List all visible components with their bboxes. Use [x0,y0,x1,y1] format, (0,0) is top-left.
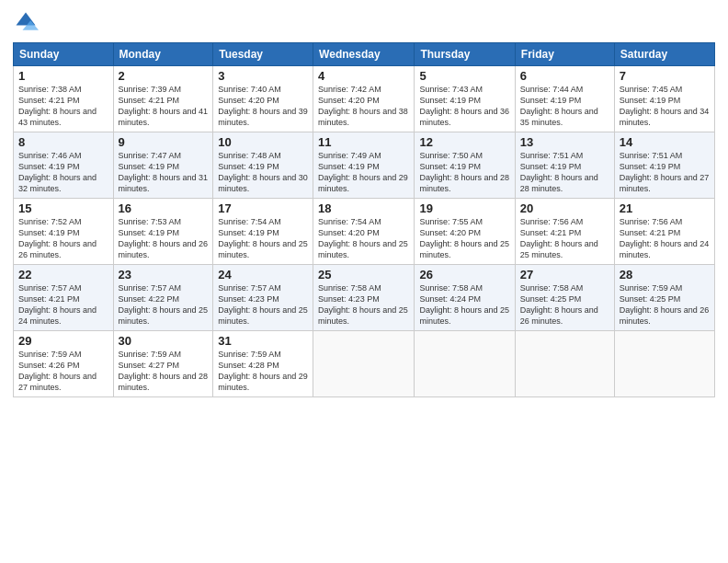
header-day-tuesday: Tuesday [213,43,313,66]
day-info: Sunrise: 7:59 AMSunset: 4:28 PMDaylight:… [218,349,308,394]
week-row-2: 8Sunrise: 7:46 AMSunset: 4:19 PMDaylight… [14,132,715,199]
calendar-cell: 15Sunrise: 7:52 AMSunset: 4:19 PMDayligh… [14,199,114,265]
day-info: Sunrise: 7:52 AMSunset: 4:19 PMDaylight:… [18,216,108,261]
header-row [13,9,715,35]
day-info: Sunrise: 7:42 AMSunset: 4:20 PMDaylight:… [318,84,409,129]
day-number: 26 [419,268,509,282]
calendar-cell: 25Sunrise: 7:58 AMSunset: 4:23 PMDayligh… [313,265,415,331]
day-number: 21 [620,201,710,215]
calendar-cell: 10Sunrise: 7:48 AMSunset: 4:19 PMDayligh… [213,132,313,199]
day-number: 2 [119,69,209,83]
day-number: 23 [119,268,209,282]
header-day-saturday: Saturday [614,43,714,66]
calendar-cell: 23Sunrise: 7:57 AMSunset: 4:22 PMDayligh… [113,265,213,331]
day-number: 19 [419,201,509,215]
calendar-cell [415,331,515,397]
day-number: 17 [218,201,308,215]
week-row-4: 22Sunrise: 7:57 AMSunset: 4:21 PMDayligh… [14,265,715,331]
calendar-cell: 26Sunrise: 7:58 AMSunset: 4:24 PMDayligh… [415,265,515,331]
day-number: 25 [318,268,409,282]
calendar-cell [313,331,415,397]
day-info: Sunrise: 7:57 AMSunset: 4:22 PMDaylight:… [119,282,209,327]
day-info: Sunrise: 7:39 AMSunset: 4:21 PMDaylight:… [119,84,209,129]
day-number: 8 [18,135,108,149]
calendar-cell: 4Sunrise: 7:42 AMSunset: 4:20 PMDaylight… [313,66,415,132]
calendar-cell: 7Sunrise: 7:45 AMSunset: 4:19 PMDaylight… [614,66,714,132]
day-number: 18 [318,201,409,215]
day-info: Sunrise: 7:48 AMSunset: 4:19 PMDaylight:… [218,150,308,195]
calendar-cell: 3Sunrise: 7:40 AMSunset: 4:20 PMDaylight… [213,66,313,132]
week-row-5: 29Sunrise: 7:59 AMSunset: 4:26 PMDayligh… [14,331,715,397]
day-info: Sunrise: 7:44 AMSunset: 4:19 PMDaylight:… [520,84,609,129]
calendar-cell: 22Sunrise: 7:57 AMSunset: 4:21 PMDayligh… [14,265,114,331]
calendar-cell: 28Sunrise: 7:59 AMSunset: 4:25 PMDayligh… [614,265,714,331]
day-info: Sunrise: 7:59 AMSunset: 4:26 PMDaylight:… [18,349,108,394]
day-info: Sunrise: 7:47 AMSunset: 4:19 PMDaylight:… [119,150,209,195]
day-info: Sunrise: 7:51 AMSunset: 4:19 PMDaylight:… [620,150,710,195]
page-container: SundayMondayTuesdayWednesdayThursdayFrid… [0,0,728,405]
calendar-cell: 13Sunrise: 7:51 AMSunset: 4:19 PMDayligh… [515,132,614,199]
day-info: Sunrise: 7:57 AMSunset: 4:21 PMDaylight:… [18,282,108,327]
day-info: Sunrise: 7:51 AMSunset: 4:19 PMDaylight:… [520,150,609,195]
day-info: Sunrise: 7:59 AMSunset: 4:25 PMDaylight:… [620,282,710,327]
calendar-cell: 24Sunrise: 7:57 AMSunset: 4:23 PMDayligh… [213,265,313,331]
day-info: Sunrise: 7:54 AMSunset: 4:19 PMDaylight:… [218,216,308,261]
day-number: 15 [18,201,108,215]
calendar-cell: 31Sunrise: 7:59 AMSunset: 4:28 PMDayligh… [213,331,313,397]
calendar-cell: 1Sunrise: 7:38 AMSunset: 4:21 PMDaylight… [14,66,114,132]
day-number: 11 [318,135,409,149]
day-number: 27 [520,268,609,282]
day-number: 12 [419,135,509,149]
header-day-wednesday: Wednesday [313,43,415,66]
day-info: Sunrise: 7:53 AMSunset: 4:19 PMDaylight:… [119,216,209,261]
calendar-cell: 16Sunrise: 7:53 AMSunset: 4:19 PMDayligh… [113,199,213,265]
header-day-thursday: Thursday [415,43,515,66]
day-number: 3 [218,69,308,83]
day-number: 31 [218,334,308,348]
day-number: 1 [18,69,108,83]
day-number: 22 [18,268,108,282]
calendar-cell: 19Sunrise: 7:55 AMSunset: 4:20 PMDayligh… [415,199,515,265]
calendar-cell: 12Sunrise: 7:50 AMSunset: 4:19 PMDayligh… [415,132,515,199]
day-number: 29 [18,334,108,348]
day-info: Sunrise: 7:58 AMSunset: 4:24 PMDaylight:… [419,282,509,327]
day-info: Sunrise: 7:56 AMSunset: 4:21 PMDaylight:… [620,216,710,261]
calendar-table: SundayMondayTuesdayWednesdayThursdayFrid… [13,42,715,397]
day-number: 13 [520,135,609,149]
calendar-cell [515,331,614,397]
calendar-cell: 11Sunrise: 7:49 AMSunset: 4:19 PMDayligh… [313,132,415,199]
header-day-monday: Monday [113,43,213,66]
day-info: Sunrise: 7:59 AMSunset: 4:27 PMDaylight:… [119,349,209,394]
calendar-cell: 14Sunrise: 7:51 AMSunset: 4:19 PMDayligh… [614,132,714,199]
calendar-cell: 27Sunrise: 7:58 AMSunset: 4:25 PMDayligh… [515,265,614,331]
day-number: 16 [119,201,209,215]
week-row-1: 1Sunrise: 7:38 AMSunset: 4:21 PMDaylight… [14,66,715,132]
day-number: 24 [218,268,308,282]
day-info: Sunrise: 7:55 AMSunset: 4:20 PMDaylight:… [419,216,509,261]
logo [13,9,42,35]
calendar-cell: 29Sunrise: 7:59 AMSunset: 4:26 PMDayligh… [14,331,114,397]
day-number: 5 [419,69,509,83]
calendar-cell: 8Sunrise: 7:46 AMSunset: 4:19 PMDaylight… [14,132,114,199]
day-info: Sunrise: 7:58 AMSunset: 4:25 PMDaylight:… [520,282,609,327]
day-info: Sunrise: 7:38 AMSunset: 4:21 PMDaylight:… [18,84,108,129]
day-info: Sunrise: 7:58 AMSunset: 4:23 PMDaylight:… [318,282,409,327]
day-info: Sunrise: 7:56 AMSunset: 4:21 PMDaylight:… [520,216,609,261]
day-number: 9 [119,135,209,149]
day-number: 4 [318,69,409,83]
calendar-cell [614,331,714,397]
calendar-cell: 18Sunrise: 7:54 AMSunset: 4:20 PMDayligh… [313,199,415,265]
day-number: 28 [620,268,710,282]
day-info: Sunrise: 7:45 AMSunset: 4:19 PMDaylight:… [620,84,710,129]
calendar-cell: 30Sunrise: 7:59 AMSunset: 4:27 PMDayligh… [113,331,213,397]
day-number: 6 [520,69,609,83]
calendar-cell: 2Sunrise: 7:39 AMSunset: 4:21 PMDaylight… [113,66,213,132]
day-info: Sunrise: 7:50 AMSunset: 4:19 PMDaylight:… [419,150,509,195]
day-info: Sunrise: 7:46 AMSunset: 4:19 PMDaylight:… [18,150,108,195]
week-row-3: 15Sunrise: 7:52 AMSunset: 4:19 PMDayligh… [14,199,715,265]
day-info: Sunrise: 7:40 AMSunset: 4:20 PMDaylight:… [218,84,308,129]
day-number: 20 [520,201,609,215]
header-day-sunday: Sunday [14,43,114,66]
calendar-cell: 5Sunrise: 7:43 AMSunset: 4:19 PMDaylight… [415,66,515,132]
logo-icon [13,9,39,35]
